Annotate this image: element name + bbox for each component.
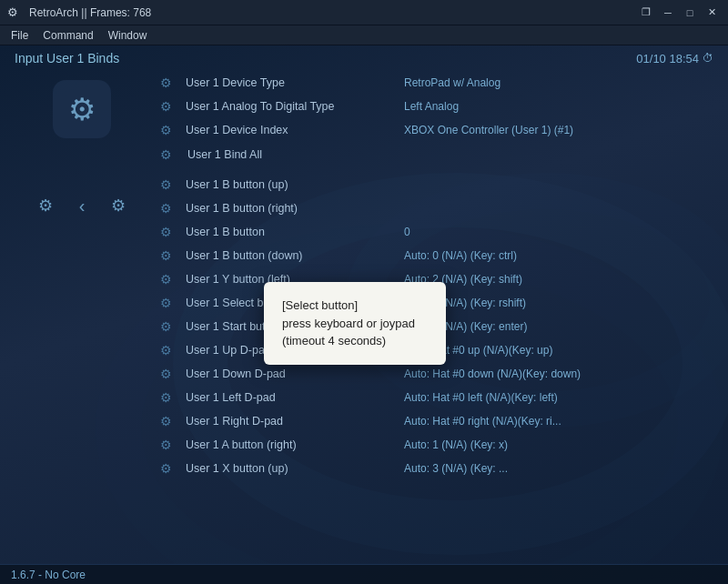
popup-line3: (timeout 4 seconds) — [282, 332, 428, 350]
setting-label-2: User 1 Device Index — [186, 124, 395, 136]
header-right: 01/10 18:54 ⏱ — [636, 52, 713, 65]
minimize-button[interactable]: ─ — [659, 4, 677, 22]
clock-icon: ⏱ — [703, 52, 713, 65]
bind-value-12: Auto: 3 (N/A) (Key: ... — [404, 462, 713, 475]
window-controls: ❐ ─ □ ✕ — [637, 4, 721, 22]
setting-value-1: Left Analog — [404, 100, 713, 113]
header-bar: Input User 1 Binds 01/10 18:54 ⏱ — [0, 45, 728, 71]
bind-gear-icon-1: ⚙ — [160, 201, 177, 216]
bind-label-0: User 1 B button (up) — [186, 178, 395, 191]
top-settings-row-0[interactable]: ⚙ User 1 Device Type RetroPad w/ Analog — [158, 71, 715, 95]
app-icon: ⚙ — [7, 5, 22, 20]
status-bar: 1.6.7 - No Core — [0, 564, 728, 584]
bind-value-6: Auto: 6 (N/A) (Key: enter) — [404, 320, 713, 333]
popup-line2: press keyboard or joypad — [282, 315, 428, 333]
bind-value-7: Auto: Hat #0 up (N/A)(Key: up) — [404, 344, 713, 357]
bind-all-gear-icon: ⚙ — [160, 147, 177, 162]
maximize-button[interactable]: □ — [681, 4, 699, 22]
title-bar-left: ⚙ RetroArch || Frames: 768 — [7, 5, 151, 20]
key-binding-popup: [Select button] press keyboard or joypad… — [264, 282, 446, 365]
menu-window[interactable]: Window — [101, 27, 155, 44]
close-button[interactable]: ✕ — [703, 4, 721, 22]
bind-row-3[interactable]: ⚙ User 1 B button (down) Auto: 0 (N/A) (… — [158, 244, 715, 267]
settings-gear-right[interactable]: ⚙ — [106, 193, 131, 218]
bind-row-11[interactable]: ⚙ User 1 A button (right) Auto: 1 (N/A) … — [158, 433, 715, 457]
bind-value-10: Auto: Hat #0 right (N/A)(Key: ri... — [404, 415, 713, 428]
bind-label-1: User 1 B button (right) — [186, 202, 395, 215]
bind-gear-icon-3: ⚙ — [160, 248, 177, 263]
bind-gear-icon-6: ⚙ — [160, 319, 177, 334]
bind-label-10: User 1 Right D-pad — [186, 415, 395, 428]
bind-label-11: User 1 A button (right) — [186, 438, 395, 451]
bind-gear-icon-12: ⚙ — [160, 461, 177, 476]
bind-value-11: Auto: 1 (N/A) (Key: x) — [404, 438, 713, 451]
timestamp: 01/10 18:54 — [636, 52, 699, 65]
bind-value-9: Auto: Hat #0 left (N/A)(Key: left) — [404, 391, 713, 404]
title-bar: ⚙ RetroArch || Frames: 768 ❐ ─ □ ✕ — [0, 0, 728, 25]
setting-label-0: User 1 Device Type — [186, 76, 395, 89]
bind-value-2: 0 — [404, 226, 713, 238]
bind-row-1[interactable]: ⚙ User 1 B button (right) — [158, 196, 715, 220]
bind-gear-icon-11: ⚙ — [160, 438, 177, 452]
bind-gear-icon-7: ⚙ — [160, 343, 177, 357]
bind-gear-icon-4: ⚙ — [160, 272, 177, 287]
bind-gear-icon-8: ⚙ — [160, 367, 177, 381]
bind-row-10[interactable]: ⚙ User 1 Right D-pad Auto: Hat #0 right … — [158, 409, 715, 433]
page-title: Input User 1 Binds — [15, 51, 119, 65]
menu-file[interactable]: File — [4, 27, 35, 44]
bind-all-label: User 1 Bind All — [187, 148, 713, 161]
bind-label-8: User 1 Down D-pad — [186, 368, 395, 380]
bind-gear-icon-10: ⚙ — [160, 414, 177, 428]
setting-value-0: RetroPad w/ Analog — [404, 76, 713, 89]
status-text: 1.6.7 - No Core — [11, 569, 86, 581]
left-panel: ⚙ ⚙ ‹ ⚙ — [9, 71, 155, 480]
bind-row-9[interactable]: ⚙ User 1 Left D-pad Auto: Hat #0 left (N… — [158, 386, 715, 409]
gear-big-icon: ⚙ — [68, 91, 96, 127]
bind-row-0[interactable]: ⚙ User 1 B button (up) — [158, 173, 715, 196]
back-button[interactable]: ‹ — [69, 193, 95, 218]
bind-label-12: User 1 X button (up) — [186, 462, 395, 475]
bind-label-3: User 1 B button (down) — [186, 249, 395, 262]
bind-gear-icon-5: ⚙ — [160, 296, 177, 310]
popup-line1: [Select button] — [282, 297, 428, 315]
bind-all-row[interactable]: ⚙ User 1 Bind All — [158, 142, 715, 167]
bind-value-4: Auto: 2 (N/A) (Key: shift) — [404, 273, 713, 286]
bind-row-8[interactable]: ⚙ User 1 Down D-pad Auto: Hat #0 down (N… — [158, 362, 715, 386]
bind-gear-icon-9: ⚙ — [160, 390, 177, 405]
bind-value-3: Auto: 0 (N/A) (Key: ctrl) — [404, 249, 713, 262]
gear-icon-2: ⚙ — [160, 123, 177, 137]
bind-value-5: Auto: 7 (N/A) (Key: rshift) — [404, 297, 713, 309]
restore-button[interactable]: ❐ — [637, 4, 655, 22]
bind-label-2: User 1 B button — [186, 226, 395, 238]
setting-label-1: User 1 Analog To Digital Type — [186, 100, 395, 113]
bind-row-2[interactable]: ⚙ User 1 B button 0 — [158, 220, 715, 244]
bind-gear-icon-2: ⚙ — [160, 225, 177, 239]
bind-row-12[interactable]: ⚙ User 1 X button (up) Auto: 3 (N/A) (Ke… — [158, 457, 715, 480]
gear-icon-0: ⚙ — [160, 76, 177, 90]
gear-icon-1: ⚙ — [160, 99, 177, 114]
bind-label-9: User 1 Left D-pad — [186, 391, 395, 404]
settings-gear-left[interactable]: ⚙ — [33, 193, 58, 218]
settings-list: ⚙ User 1 Device Type RetroPad w/ Analog … — [155, 71, 719, 480]
content-area: ⚙ ⚙ ‹ ⚙ ⚙ User 1 Device Type RetroPad w/… — [0, 71, 728, 480]
menu-command[interactable]: Command — [35, 27, 100, 44]
left-controls: ⚙ ‹ ⚙ — [33, 193, 131, 218]
top-settings-group: ⚙ User 1 Device Type RetroPad w/ Analog … — [158, 71, 715, 142]
window-title: RetroArch || Frames: 768 — [29, 6, 151, 19]
main-content: Input User 1 Binds 01/10 18:54 ⏱ ⚙ ⚙ ‹ ⚙… — [0, 45, 728, 584]
top-settings-row-2[interactable]: ⚙ User 1 Device Index XBOX One Controlle… — [158, 118, 715, 142]
setting-value-2: XBOX One Controller (User 1) (#1) — [404, 124, 713, 136]
bind-gear-icon-0: ⚙ — [160, 177, 177, 192]
top-settings-row-1[interactable]: ⚙ User 1 Analog To Digital Type Left Ana… — [158, 95, 715, 118]
bind-value-8: Auto: Hat #0 down (N/A)(Key: down) — [404, 368, 713, 380]
device-icon: ⚙ — [53, 80, 111, 138]
menu-bar: File Command Window — [0, 25, 728, 45]
